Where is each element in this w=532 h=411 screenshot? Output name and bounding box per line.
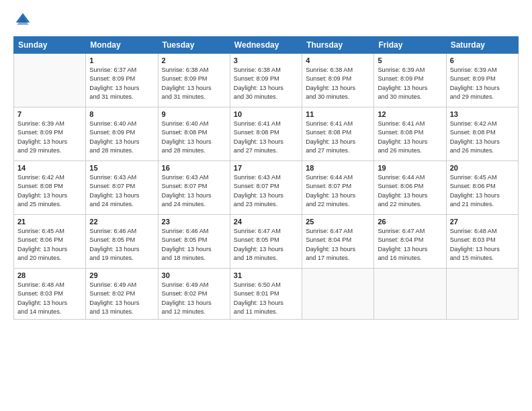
day-number: 2 bbox=[162, 56, 226, 64]
day-info: Sunrise: 6:47 AM Sunset: 8:04 PM Dayligh… bbox=[306, 227, 370, 263]
table-row: 5Sunrise: 6:39 AM Sunset: 8:09 PM Daylig… bbox=[374, 54, 446, 107]
table-row: 3Sunrise: 6:38 AM Sunset: 8:09 PM Daylig… bbox=[230, 54, 302, 107]
table-row: 28Sunrise: 6:48 AM Sunset: 8:03 PM Dayli… bbox=[14, 269, 86, 320]
day-info: Sunrise: 6:43 AM Sunset: 8:07 PM Dayligh… bbox=[162, 173, 226, 209]
day-info: Sunrise: 6:39 AM Sunset: 8:09 PM Dayligh… bbox=[450, 66, 515, 101]
week-row-1: 1Sunrise: 6:37 AM Sunset: 8:09 PM Daylig… bbox=[14, 54, 519, 107]
day-number: 8 bbox=[89, 110, 154, 118]
day-number: 7 bbox=[17, 110, 82, 118]
table-row bbox=[374, 269, 446, 320]
day-info: Sunrise: 6:41 AM Sunset: 8:08 PM Dayligh… bbox=[234, 120, 298, 155]
day-info: Sunrise: 6:39 AM Sunset: 8:09 PM Dayligh… bbox=[378, 66, 442, 101]
day-info: Sunrise: 6:49 AM Sunset: 8:02 PM Dayligh… bbox=[162, 281, 226, 316]
logo bbox=[13, 11, 35, 30]
day-number: 28 bbox=[17, 271, 82, 279]
day-number: 16 bbox=[162, 164, 226, 172]
day-info: Sunrise: 6:42 AM Sunset: 8:08 PM Dayligh… bbox=[17, 173, 82, 209]
table-row: 7Sunrise: 6:39 AM Sunset: 8:09 PM Daylig… bbox=[14, 107, 86, 161]
week-row-2: 7Sunrise: 6:39 AM Sunset: 8:09 PM Daylig… bbox=[14, 107, 519, 161]
day-info: Sunrise: 6:47 AM Sunset: 8:05 PM Dayligh… bbox=[234, 227, 298, 263]
day-number: 9 bbox=[162, 110, 226, 118]
day-info: Sunrise: 6:38 AM Sunset: 8:09 PM Dayligh… bbox=[162, 66, 226, 101]
day-number: 26 bbox=[378, 218, 442, 226]
day-info: Sunrise: 6:37 AM Sunset: 8:09 PM Dayligh… bbox=[89, 66, 154, 101]
table-row bbox=[14, 54, 86, 107]
day-number: 21 bbox=[17, 218, 82, 226]
day-info: Sunrise: 6:46 AM Sunset: 8:05 PM Dayligh… bbox=[162, 227, 226, 263]
day-info: Sunrise: 6:38 AM Sunset: 8:09 PM Dayligh… bbox=[234, 66, 298, 101]
day-info: Sunrise: 6:44 AM Sunset: 8:07 PM Dayligh… bbox=[306, 173, 370, 209]
days-header-row: Sunday Monday Tuesday Wednesday Thursday… bbox=[14, 37, 519, 54]
table-row: 12Sunrise: 6:41 AM Sunset: 8:08 PM Dayli… bbox=[374, 107, 446, 161]
day-info: Sunrise: 6:44 AM Sunset: 8:06 PM Dayligh… bbox=[378, 173, 442, 209]
day-number: 22 bbox=[89, 218, 154, 226]
day-number: 1 bbox=[89, 56, 154, 64]
week-row-4: 21Sunrise: 6:45 AM Sunset: 8:06 PM Dayli… bbox=[14, 215, 519, 269]
table-row: 2Sunrise: 6:38 AM Sunset: 8:09 PM Daylig… bbox=[158, 54, 230, 107]
table-row: 26Sunrise: 6:47 AM Sunset: 8:04 PM Dayli… bbox=[374, 215, 446, 269]
table-row: 27Sunrise: 6:48 AM Sunset: 8:03 PM Dayli… bbox=[446, 215, 518, 269]
table-row: 4Sunrise: 6:38 AM Sunset: 8:09 PM Daylig… bbox=[302, 54, 374, 107]
table-row: 21Sunrise: 6:45 AM Sunset: 8:06 PM Dayli… bbox=[14, 215, 86, 269]
day-number: 6 bbox=[450, 56, 515, 64]
day-number: 13 bbox=[450, 110, 515, 118]
table-row: 19Sunrise: 6:44 AM Sunset: 8:06 PM Dayli… bbox=[374, 161, 446, 215]
day-info: Sunrise: 6:41 AM Sunset: 8:08 PM Dayligh… bbox=[306, 120, 370, 155]
day-number: 27 bbox=[450, 218, 515, 226]
day-info: Sunrise: 6:45 AM Sunset: 8:06 PM Dayligh… bbox=[450, 173, 515, 209]
table-row: 1Sunrise: 6:37 AM Sunset: 8:09 PM Daylig… bbox=[86, 54, 158, 107]
day-info: Sunrise: 6:40 AM Sunset: 8:08 PM Dayligh… bbox=[162, 120, 226, 155]
day-number: 11 bbox=[306, 110, 370, 118]
table-row: 13Sunrise: 6:42 AM Sunset: 8:08 PM Dayli… bbox=[446, 107, 518, 161]
table-row: 23Sunrise: 6:46 AM Sunset: 8:05 PM Dayli… bbox=[158, 215, 230, 269]
table-row: 31Sunrise: 6:50 AM Sunset: 8:01 PM Dayli… bbox=[230, 269, 302, 320]
day-number: 4 bbox=[306, 56, 370, 64]
day-number: 15 bbox=[89, 164, 154, 172]
day-info: Sunrise: 6:42 AM Sunset: 8:08 PM Dayligh… bbox=[450, 120, 515, 155]
day-number: 23 bbox=[162, 218, 226, 226]
table-row: 20Sunrise: 6:45 AM Sunset: 8:06 PM Dayli… bbox=[446, 161, 518, 215]
table-row: 16Sunrise: 6:43 AM Sunset: 8:07 PM Dayli… bbox=[158, 161, 230, 215]
table-row bbox=[446, 269, 518, 320]
table-row: 29Sunrise: 6:49 AM Sunset: 8:02 PM Dayli… bbox=[86, 269, 158, 320]
table-row: 25Sunrise: 6:47 AM Sunset: 8:04 PM Dayli… bbox=[302, 215, 374, 269]
day-number: 17 bbox=[234, 164, 298, 172]
day-info: Sunrise: 6:39 AM Sunset: 8:09 PM Dayligh… bbox=[17, 120, 82, 155]
table-row: 10Sunrise: 6:41 AM Sunset: 8:08 PM Dayli… bbox=[230, 107, 302, 161]
table-row: 22Sunrise: 6:46 AM Sunset: 8:05 PM Dayli… bbox=[86, 215, 158, 269]
day-info: Sunrise: 6:46 AM Sunset: 8:05 PM Dayligh… bbox=[89, 227, 154, 263]
table-row: 15Sunrise: 6:43 AM Sunset: 8:07 PM Dayli… bbox=[86, 161, 158, 215]
header-wednesday: Wednesday bbox=[230, 37, 302, 54]
day-info: Sunrise: 6:48 AM Sunset: 8:03 PM Dayligh… bbox=[450, 227, 515, 263]
day-number: 10 bbox=[234, 110, 298, 118]
day-number: 19 bbox=[378, 164, 442, 172]
day-number: 31 bbox=[234, 271, 298, 279]
header-monday: Monday bbox=[86, 37, 158, 54]
day-number: 12 bbox=[378, 110, 442, 118]
table-row: 9Sunrise: 6:40 AM Sunset: 8:08 PM Daylig… bbox=[158, 107, 230, 161]
header-sunday: Sunday bbox=[14, 37, 86, 54]
table-row: 14Sunrise: 6:42 AM Sunset: 8:08 PM Dayli… bbox=[14, 161, 86, 215]
day-info: Sunrise: 6:43 AM Sunset: 8:07 PM Dayligh… bbox=[89, 173, 154, 209]
table-row: 18Sunrise: 6:44 AM Sunset: 8:07 PM Dayli… bbox=[302, 161, 374, 215]
week-row-5: 28Sunrise: 6:48 AM Sunset: 8:03 PM Dayli… bbox=[14, 269, 519, 320]
table-row: 6Sunrise: 6:39 AM Sunset: 8:09 PM Daylig… bbox=[446, 54, 518, 107]
week-row-3: 14Sunrise: 6:42 AM Sunset: 8:08 PM Dayli… bbox=[14, 161, 519, 215]
day-info: Sunrise: 6:48 AM Sunset: 8:03 PM Dayligh… bbox=[17, 281, 82, 316]
table-row: 17Sunrise: 6:43 AM Sunset: 8:07 PM Dayli… bbox=[230, 161, 302, 215]
day-info: Sunrise: 6:49 AM Sunset: 8:02 PM Dayligh… bbox=[89, 281, 154, 316]
day-number: 5 bbox=[378, 56, 442, 64]
day-number: 18 bbox=[306, 164, 370, 172]
day-number: 24 bbox=[234, 218, 298, 226]
day-info: Sunrise: 6:38 AM Sunset: 8:09 PM Dayligh… bbox=[306, 66, 370, 101]
day-number: 3 bbox=[234, 56, 298, 64]
day-number: 29 bbox=[89, 271, 154, 279]
day-info: Sunrise: 6:41 AM Sunset: 8:08 PM Dayligh… bbox=[378, 120, 442, 155]
day-info: Sunrise: 6:50 AM Sunset: 8:01 PM Dayligh… bbox=[234, 281, 298, 316]
table-row bbox=[302, 269, 374, 320]
table-row: 30Sunrise: 6:49 AM Sunset: 8:02 PM Dayli… bbox=[158, 269, 230, 320]
day-info: Sunrise: 6:43 AM Sunset: 8:07 PM Dayligh… bbox=[234, 173, 298, 209]
header bbox=[13, 11, 519, 30]
header-thursday: Thursday bbox=[302, 37, 374, 54]
table-row: 11Sunrise: 6:41 AM Sunset: 8:08 PM Dayli… bbox=[302, 107, 374, 161]
